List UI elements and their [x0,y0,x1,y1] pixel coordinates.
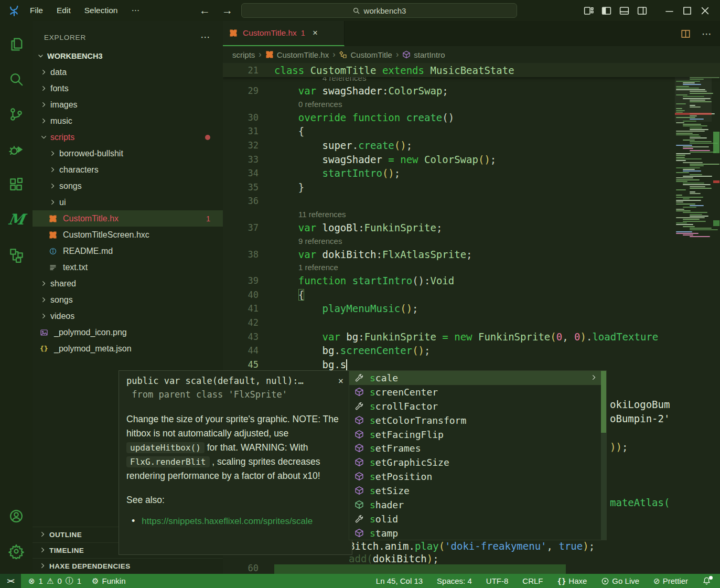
code-line-29[interactable]: 29 var swagShader:ColorSwap; [223,84,720,98]
codelens-row[interactable]: 9 references [223,234,720,247]
code-line-33[interactable]: 33 swagShader = new ColorSwap(); [223,152,720,166]
code-line-36[interactable]: 36 [223,194,720,208]
tree-item-music[interactable]: music [33,113,223,129]
run-debug-icon[interactable] [4,132,29,167]
search-icon[interactable] [4,61,29,97]
code-line-44[interactable]: 44 bg.screenCenter(); [223,344,720,358]
code-line-38[interactable]: 38 var dokiBitch:FlxAtlasSprite; [223,247,720,261]
command-center-search[interactable]: workbench3 [241,3,517,18]
minimap[interactable] [675,63,712,304]
tree-item-ui[interactable]: ui [33,194,223,210]
split-editor-icon[interactable] [680,28,691,39]
hover-link[interactable]: https://snippets.haxeflixel.com/sprites/… [142,516,313,527]
breadcrumb-item-customtitle.hx[interactable]: CustomTitle.hx [265,50,329,59]
tree-item-data[interactable]: data [33,64,223,80]
extensions-icon[interactable] [4,167,29,202]
code-line-31[interactable]: 31 { [223,124,720,138]
tree-item-scripts[interactable]: scripts [33,129,223,145]
toggle-sidebar-right-icon[interactable] [634,3,650,18]
forward-arrow-icon[interactable]: → [222,4,233,17]
tree-item-shared[interactable]: shared [33,275,223,292]
tree-item-characters[interactable]: characters [33,162,223,178]
suggestion-setsize[interactable]: setSize [349,484,606,498]
tab-customtitle[interactable]: CustomTitle.hx 1 × [223,21,345,46]
tree-item-images[interactable]: images [33,97,223,113]
menu-item-edit[interactable]: Edit [50,6,78,15]
tree-item-_polymod_meta.json[interactable]: {}_polymod_meta.json [33,340,223,357]
menu-item-file[interactable]: File [23,6,50,15]
problems-indicator[interactable]: ⊗ 1 ⚠ 0 ⓘ 1 [21,576,81,586]
tree-item-_polymod_icon.png[interactable]: _polymod_icon.png [33,324,223,340]
suggestion-scrollfactor[interactable]: scrollFactor [349,399,606,413]
app-logo-icon[interactable] [5,3,23,18]
code-line-35[interactable]: 35 } [223,180,720,195]
suggestion-screencenter[interactable]: screenCenter [349,385,606,399]
account-icon[interactable] [4,498,29,533]
toggle-panel-icon[interactable] [616,3,632,18]
tree-item-customtitlescreen.hxc[interactable]: CustomTitleScreen.hxc [33,227,223,243]
code-line-45[interactable]: 45 bg.s [223,358,720,372]
code-line-34[interactable]: 34 startIntro(); [223,166,720,180]
tab-close-icon[interactable]: × [313,28,318,38]
maximize-icon[interactable] [679,3,695,18]
breadcrumb-item-startintro[interactable]: startIntro [402,50,445,59]
overview-ruler[interactable] [712,63,720,574]
codelens-row[interactable]: 11 references [223,208,720,221]
back-arrow-icon[interactable]: ← [199,4,210,17]
suggestion-stamp[interactable]: stamp [349,526,606,540]
settings-icon[interactable] [4,533,29,569]
tree-item-borrowed-bullshit[interactable]: borrowed-bullshit [33,145,223,162]
sidebar-panel-haxe-dependencies[interactable]: HAXE DEPENDENCIES [33,558,223,574]
suggestion-shader[interactable]: shader [349,498,606,512]
minimize-icon[interactable] [661,3,677,18]
hierarchy-icon[interactable] [4,237,29,272]
code-line-30[interactable]: 30 override function create() [223,111,720,125]
status-go-live[interactable]: Go Live [601,576,639,585]
tree-item-text.txt[interactable]: text.txt [33,259,223,275]
customize-layout-icon[interactable] [581,3,596,18]
menu-item-more[interactable]: ⋯ [124,6,146,15]
suggestion-solid[interactable]: solid [349,512,606,526]
suggestion-setgraphicsize[interactable]: setGraphicSize [349,455,606,469]
remote-indicator[interactable]: >< [0,574,21,588]
close-icon[interactable] [697,3,713,18]
toggle-sidebar-left-icon[interactable] [598,3,614,18]
source-control-icon[interactable] [4,97,29,132]
suggest-scrollbar[interactable] [601,371,606,540]
suggestion-setfacingflip[interactable]: setFacingFlip [349,427,606,442]
breadcrumb-item-scripts[interactable]: scripts [232,50,255,59]
tree-item-videos[interactable]: videos [33,308,223,324]
suggestion-setposition[interactable]: setPosition [349,469,606,484]
funkin-status-item[interactable]: ⚙ Funkin [92,576,125,586]
status-language-mode[interactable]: {}Haxe [557,576,587,585]
sticky-scroll-line[interactable]: 21 class CustomTitle extends MusicBeatSt… [223,63,720,77]
breadcrumb-item-customtitle[interactable]: CustomTitle [339,50,392,59]
suggestion-setframes[interactable]: setFrames [349,441,606,455]
hover-close-icon[interactable]: × [334,376,343,386]
code-line-39[interactable]: 39 function startIntro():Void [223,274,720,288]
code-line-42[interactable]: 42 [223,316,720,330]
status-cursor-position[interactable]: Ln 45, Col 13 [376,576,423,585]
workspace-root[interactable]: WORKBENCH3 [33,48,223,64]
codelens-row[interactable]: 4 references [223,77,720,84]
code-line-32[interactable]: 32 super.create(); [223,138,720,153]
codelens-row[interactable]: 1 reference [223,261,720,274]
tree-item-readme.md[interactable]: README.md [33,243,223,259]
status-eol[interactable]: CRLF [522,576,543,585]
code-line-40[interactable]: 40 { [223,288,720,302]
explorer-more-icon[interactable]: ⋯ [200,31,210,43]
status-indentation[interactable]: Spaces: 4 [437,576,472,585]
tree-item-customtitle.hx[interactable]: CustomTitle.hx1 [33,210,223,227]
m-logo-icon[interactable]: M [4,202,29,237]
status-encoding[interactable]: UTF-8 [486,576,509,585]
status-prettier[interactable]: ⊘Prettier [653,576,688,586]
codelens-row[interactable]: 0 references [223,98,720,111]
tree-item-fonts[interactable]: fonts [33,80,223,97]
tree-item-songs[interactable]: songs [33,292,223,308]
code-line-37[interactable]: 37 var logoBl:FunkinSprite; [223,221,720,235]
suggestion-setcolortransform[interactable]: setColorTransform [349,413,606,427]
editor-more-icon[interactable]: ⋯ [702,28,712,40]
code-line-43[interactable]: 43 var bg:FunkinSprite = new FunkinSprit… [223,329,720,344]
tree-item-songs[interactable]: songs [33,178,223,194]
suggestion-scale[interactable]: scale [349,371,606,385]
